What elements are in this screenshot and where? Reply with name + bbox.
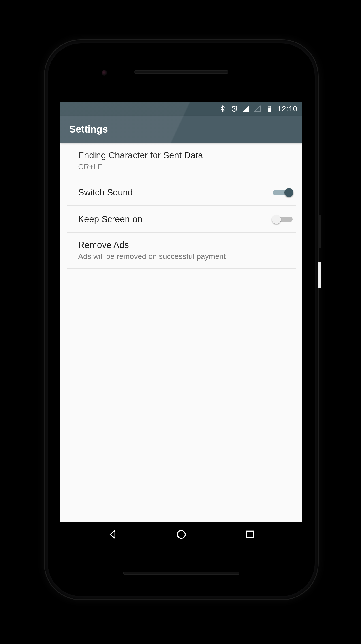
app-bar: Settings — [60, 116, 302, 143]
svg-rect-3 — [268, 107, 271, 108]
page-title: Settings — [69, 124, 108, 135]
screen: 12:10 Settings Ending Character for Sent… — [60, 102, 302, 547]
setting-title: Switch Sound — [78, 188, 272, 198]
volume-button[interactable] — [318, 262, 321, 288]
bottom-speaker-icon — [123, 572, 239, 575]
navigation-bar — [60, 522, 302, 547]
nav-back-button[interactable] — [106, 528, 119, 541]
status-clock: 12:10 — [277, 104, 297, 113]
phone-bezel: 12:10 Settings Ending Character for Sent… — [48, 44, 315, 596]
svg-rect-2 — [269, 106, 270, 107]
nav-home-button[interactable] — [175, 528, 188, 541]
setting-value: CR+LF — [78, 162, 293, 172]
setting-subtitle: Ads will be removed on successful paymen… — [78, 251, 293, 262]
signal-full-icon — [242, 105, 249, 112]
setting-title: Ending Character for Sent Data — [78, 150, 293, 160]
keep-screen-toggle[interactable] — [272, 213, 293, 226]
settings-list: Ending Character for Sent Data CR+LF Swi… — [60, 143, 302, 269]
setting-ending-character[interactable]: Ending Character for Sent Data CR+LF — [60, 143, 302, 179]
battery-icon — [266, 105, 273, 112]
setting-title: Keep Screen on — [78, 214, 272, 224]
bluetooth-icon — [219, 105, 226, 112]
nav-recent-button[interactable] — [243, 528, 257, 541]
switch-sound-toggle[interactable] — [272, 186, 293, 199]
power-button[interactable] — [318, 215, 321, 248]
earpiece-icon — [134, 70, 228, 74]
svg-point-4 — [177, 531, 185, 538]
front-camera-icon — [102, 70, 107, 76]
setting-keep-screen-on[interactable]: Keep Screen on — [60, 206, 302, 232]
divider — [60, 268, 302, 269]
setting-switch-sound[interactable]: Switch Sound — [60, 179, 302, 206]
svg-rect-5 — [247, 531, 253, 538]
stage: 12:10 Settings Ending Character for Sent… — [0, 0, 361, 644]
signal-empty-icon — [254, 105, 261, 112]
status-bar: 12:10 — [60, 102, 302, 116]
alarm-icon — [231, 105, 238, 112]
phone-frame: 12:10 Settings Ending Character for Sent… — [45, 40, 318, 599]
setting-remove-ads[interactable]: Remove Ads Ads will be removed on succes… — [60, 232, 302, 268]
setting-title: Remove Ads — [78, 240, 293, 250]
